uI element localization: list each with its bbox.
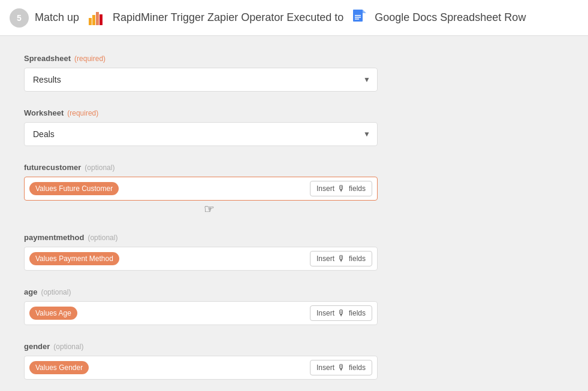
age-label: age(optional) xyxy=(24,287,564,296)
futurecustomer-label: futurecustomer(optional) xyxy=(24,163,564,172)
gender-tag: Values Gender xyxy=(29,361,89,374)
paymentmethod-insert-button[interactable]: Insert 🎙 fields xyxy=(310,251,372,266)
spreadsheet-select-wrapper: Results ▼ xyxy=(24,68,378,92)
worksheet-label: Worksheet(required) xyxy=(24,108,564,117)
gender-tags: Values Gender xyxy=(29,361,89,374)
trigger-text: RapidMiner Trigger Zapier Operator Execu… xyxy=(113,11,343,24)
insert-icon-2: 🎙 xyxy=(337,254,346,263)
insert-icon: 🎙 xyxy=(337,184,346,193)
header-bar: 5 Match up RapidMiner Trigger Zapier Ope… xyxy=(0,0,588,36)
age-section: age(optional) Values Age Insert 🎙 fields xyxy=(24,287,564,325)
paymentmethod-input[interactable]: Values Payment Method Insert 🎙 fields xyxy=(24,247,378,271)
paymentmethod-tags: Values Payment Method xyxy=(29,252,119,265)
gender-section: gender(optional) Values Gender Insert 🎙 … xyxy=(24,342,564,380)
futurecustomer-insert-button[interactable]: Insert 🎙 fields xyxy=(310,181,372,196)
action-text: Google Docs Spreadsheet Row xyxy=(375,11,526,24)
svg-rect-0 xyxy=(89,18,92,25)
svg-rect-7 xyxy=(355,17,361,18)
svg-rect-3 xyxy=(99,14,102,25)
match-up-label: Match up xyxy=(35,11,79,24)
svg-rect-2 xyxy=(96,12,99,25)
spreadsheet-select[interactable]: Results xyxy=(24,68,378,92)
svg-rect-8 xyxy=(355,19,359,20)
insert-icon-3: 🎙 xyxy=(337,308,346,318)
paymentmethod-label: paymentmethod(optional) xyxy=(24,233,564,242)
cursor-indicator: ☞ xyxy=(204,202,564,216)
paymentmethod-section: paymentmethod(optional) Values Payment M… xyxy=(24,233,564,271)
worksheet-select[interactable]: Deals xyxy=(24,122,378,146)
worksheet-section: Worksheet(required) Deals ▼ xyxy=(24,108,564,146)
step-number: 5 xyxy=(10,8,29,28)
futurecustomer-tags: Values Future Customer xyxy=(29,182,119,195)
gender-input[interactable]: Values Gender Insert 🎙 fields xyxy=(24,356,378,380)
gender-insert-button[interactable]: Insert 🎙 fields xyxy=(310,360,372,375)
worksheet-select-wrapper: Deals ▼ xyxy=(24,122,378,146)
age-tag: Values Age xyxy=(29,307,77,320)
age-tags: Values Age xyxy=(29,307,77,320)
age-input[interactable]: Values Age Insert 🎙 fields xyxy=(24,301,378,325)
futurecustomer-tag: Values Future Customer xyxy=(29,182,119,195)
spreadsheet-label: Spreadsheet(required) xyxy=(24,54,564,63)
spreadsheet-section: Spreadsheet(required) Results ▼ xyxy=(24,54,564,92)
paymentmethod-tag: Values Payment Method xyxy=(29,252,119,265)
svg-rect-1 xyxy=(92,15,95,25)
futurecustomer-input[interactable]: Values Future Customer Insert 🎙 fields xyxy=(24,177,378,201)
futurecustomer-section: futurecustomer(optional) Values Future C… xyxy=(24,163,564,216)
main-content: Spreadsheet(required) Results ▼ Workshee… xyxy=(0,36,588,391)
age-insert-button[interactable]: Insert 🎙 fields xyxy=(310,305,372,321)
svg-rect-6 xyxy=(355,15,361,16)
insert-icon-4: 🎙 xyxy=(337,363,346,372)
rapidminer-icon xyxy=(88,10,104,26)
svg-marker-5 xyxy=(363,10,366,13)
gender-label: gender(optional) xyxy=(24,342,564,351)
googledocs-icon xyxy=(352,10,366,26)
